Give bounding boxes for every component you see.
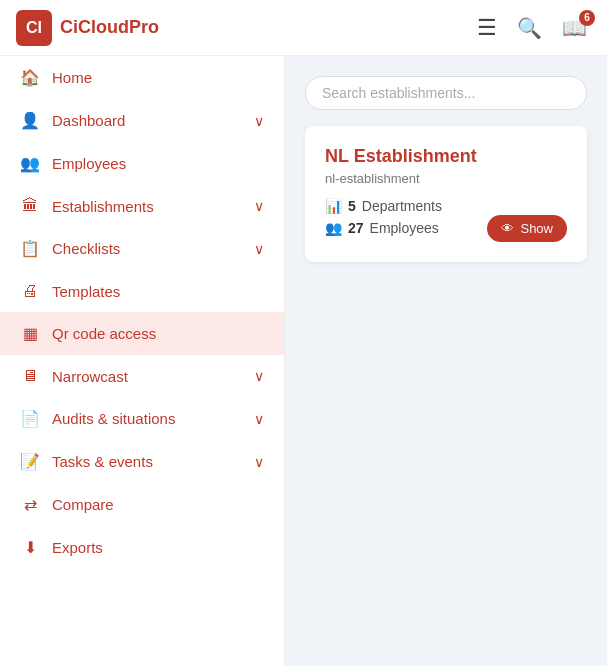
templates-label: Templates — [52, 283, 264, 300]
home-label: Home — [52, 69, 264, 86]
audits-situations-label: Audits & situations — [52, 410, 242, 427]
establishments-label: Establishments — [52, 198, 242, 215]
sidebar-item-tasks-events[interactable]: 📝Tasks & events∨ — [0, 440, 284, 483]
sidebar-item-employees[interactable]: 👥Employees — [0, 142, 284, 185]
tasks-events-label: Tasks & events — [52, 453, 242, 470]
audits-situations-chevron-icon: ∨ — [254, 411, 264, 427]
dashboard-icon: 👤 — [20, 111, 40, 130]
logo-icon: CI — [16, 10, 52, 46]
audits-situations-icon: 📄 — [20, 409, 40, 428]
notifications-icon[interactable]: 📖 6 — [558, 12, 591, 44]
card-title: NL Establishment — [325, 146, 567, 167]
menu-icon[interactable]: ☰ — [473, 11, 501, 45]
show-button[interactable]: 👁 Show — [487, 215, 567, 242]
sidebar-item-qr-code-access[interactable]: ▦Qr code access — [0, 312, 284, 355]
sidebar-item-compare[interactable]: ⇄Compare — [0, 483, 284, 526]
sidebar-item-home[interactable]: 🏠Home — [0, 56, 284, 99]
sidebar-item-audits-situations[interactable]: 📄Audits & situations∨ — [0, 397, 284, 440]
search-placeholder: Search establishments... — [322, 85, 475, 101]
sidebar-item-dashboard[interactable]: 👤Dashboard∨ — [0, 99, 284, 142]
narrowcast-chevron-icon: ∨ — [254, 368, 264, 384]
show-button-label: Show — [520, 221, 553, 236]
exports-label: Exports — [52, 539, 264, 556]
establishments-chevron-icon: ∨ — [254, 198, 264, 214]
main-content: Search establishments... NL Establishmen… — [285, 56, 607, 666]
checklists-chevron-icon: ∨ — [254, 241, 264, 257]
employees-label: Employees — [370, 220, 439, 236]
narrowcast-icon: 🖥 — [20, 367, 40, 385]
tasks-events-chevron-icon: ∨ — [254, 454, 264, 470]
sidebar-item-templates[interactable]: 🖨Templates — [0, 270, 284, 312]
search-bar[interactable]: Search establishments... — [305, 76, 587, 110]
sidebar-item-exports[interactable]: ⬇Exports — [0, 526, 284, 569]
sidebar: 🏠Home👤Dashboard∨👥Employees🏛Establishment… — [0, 56, 285, 666]
compare-icon: ⇄ — [20, 495, 40, 514]
departments-stat: 📊 5 Departments — [325, 198, 567, 214]
narrowcast-label: Narrowcast — [52, 368, 242, 385]
compare-label: Compare — [52, 496, 264, 513]
employees-icon: 👥 — [325, 220, 342, 236]
departments-count: 5 — [348, 198, 356, 214]
home-icon: 🏠 — [20, 68, 40, 87]
checklists-icon: 📋 — [20, 239, 40, 258]
tasks-events-icon: 📝 — [20, 452, 40, 471]
employees-count: 27 — [348, 220, 364, 236]
qr-code-access-icon: ▦ — [20, 324, 40, 343]
sidebar-item-establishments[interactable]: 🏛Establishments∨ — [0, 185, 284, 227]
card-subtitle: nl-establishment — [325, 171, 567, 186]
departments-label: Departments — [362, 198, 442, 214]
establishments-icon: 🏛 — [20, 197, 40, 215]
dashboard-label: Dashboard — [52, 112, 242, 129]
exports-icon: ⬇ — [20, 538, 40, 557]
templates-icon: 🖨 — [20, 282, 40, 300]
dashboard-chevron-icon: ∨ — [254, 113, 264, 129]
employees-label: Employees — [52, 155, 264, 172]
sidebar-item-narrowcast[interactable]: 🖥Narrowcast∨ — [0, 355, 284, 397]
logo-text: CiCloudPro — [60, 17, 159, 38]
notification-badge: 6 — [579, 10, 595, 26]
establishment-card: NL Establishment nl-establishment 📊 5 De… — [305, 126, 587, 262]
header: CI CiCloudPro ☰ 🔍 📖 6 — [0, 0, 607, 56]
layout: 🏠Home👤Dashboard∨👥Employees🏛Establishment… — [0, 56, 607, 666]
search-icon[interactable]: 🔍 — [513, 12, 546, 44]
sidebar-item-checklists[interactable]: 📋Checklists∨ — [0, 227, 284, 270]
eye-icon: 👁 — [501, 221, 514, 236]
qr-code-access-label: Qr code access — [52, 325, 264, 342]
checklists-label: Checklists — [52, 240, 242, 257]
departments-icon: 📊 — [325, 198, 342, 214]
employees-icon: 👥 — [20, 154, 40, 173]
logo-area: CI CiCloudPro — [16, 10, 159, 46]
